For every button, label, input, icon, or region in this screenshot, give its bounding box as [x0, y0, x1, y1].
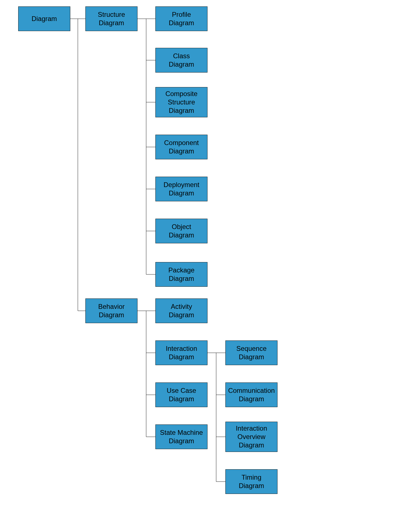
node-label: Diagram — [169, 311, 194, 319]
node-class-diagram: Class Diagram — [155, 48, 207, 73]
node-label: Profile — [172, 11, 191, 18]
node-label: State Machine — [160, 429, 203, 436]
node-label: Diagram — [169, 189, 194, 197]
node-state-machine-diagram: State Machine Diagram — [155, 424, 207, 449]
connector-lines — [0, 0, 420, 532]
node-timing-diagram: Timing Diagram — [225, 469, 277, 494]
diagram-canvas: Diagram Structure Diagram Profile Diagra… — [0, 0, 420, 532]
node-label: Diagram — [32, 15, 57, 23]
node-label: Diagram — [169, 147, 194, 155]
node-label: Sequence — [236, 345, 267, 352]
node-label: Activity — [171, 303, 192, 310]
node-behavior-diagram: Behavior Diagram — [85, 298, 137, 323]
node-label: Structure — [168, 98, 195, 106]
node-interaction-overview-diagram: Interaction Overview Diagram — [225, 422, 277, 452]
node-label: Behavior — [98, 303, 125, 310]
node-label: Diagram — [239, 441, 264, 449]
node-label: Component — [164, 139, 199, 146]
node-use-case-diagram: Use Case Diagram — [155, 382, 207, 407]
node-sequence-diagram: Sequence Diagram — [225, 340, 277, 365]
node-label: Diagram — [169, 19, 194, 27]
node-label: Communication — [228, 387, 275, 394]
node-label: Diagram — [99, 19, 124, 27]
node-component-diagram: Component Diagram — [155, 135, 207, 159]
node-label: Diagram — [169, 60, 194, 68]
node-label: Overview — [237, 433, 265, 440]
node-label: Diagram — [169, 275, 194, 282]
node-label: Diagram — [239, 353, 264, 361]
node-label: Diagram — [169, 231, 194, 239]
node-label: Diagram — [169, 353, 194, 361]
node-package-diagram: Package Diagram — [155, 262, 207, 287]
node-object-diagram: Object Diagram — [155, 219, 207, 243]
node-label: Diagram — [239, 482, 264, 489]
node-interaction-diagram: Interaction Diagram — [155, 340, 207, 365]
node-profile-diagram: Profile Diagram — [155, 6, 207, 31]
node-label: Diagram — [239, 395, 264, 403]
node-label: Interaction — [166, 345, 197, 352]
node-diagram: Diagram — [18, 6, 70, 31]
node-label: Diagram — [169, 107, 194, 114]
node-structure-diagram: Structure Diagram — [85, 6, 137, 31]
node-label: Timing — [241, 473, 261, 481]
node-communication-diagram: Communication Diagram — [225, 382, 277, 407]
node-deployment-diagram: Deployment Diagram — [155, 177, 207, 201]
node-label: Diagram — [169, 395, 194, 403]
node-label: Diagram — [169, 437, 194, 445]
node-activity-diagram: Activity Diagram — [155, 298, 207, 323]
node-label: Interaction — [236, 424, 267, 432]
node-label: Deployment — [164, 181, 199, 188]
node-label: Composite — [165, 90, 198, 97]
node-label: Class — [173, 52, 190, 60]
node-label: Object — [172, 223, 191, 230]
node-label: Use Case — [167, 387, 196, 394]
node-label: Package — [168, 266, 194, 274]
node-label: Diagram — [99, 311, 124, 319]
node-composite-structure-diagram: Composite Structure Diagram — [155, 87, 207, 117]
node-label: Structure — [98, 11, 125, 18]
